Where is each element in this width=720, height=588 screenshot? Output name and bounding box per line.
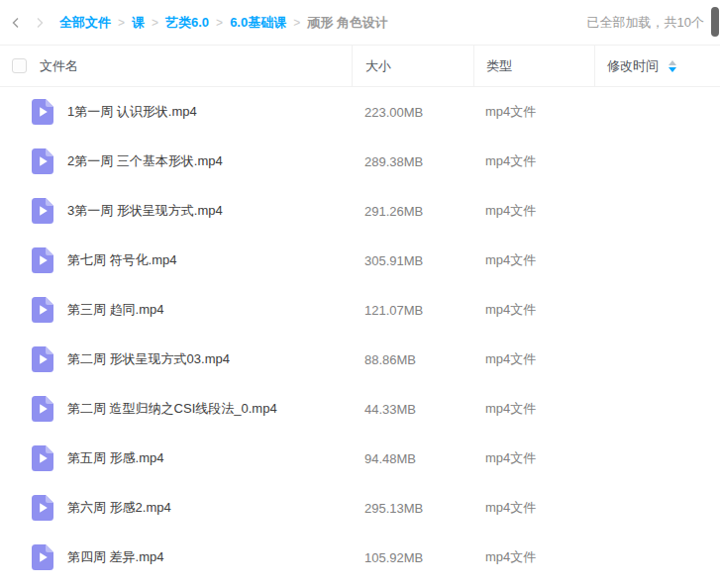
breadcrumb-separator: > xyxy=(216,16,223,30)
table-row[interactable]: 第六周 形感2.mp4 295.13MB mp4文件 xyxy=(0,483,720,533)
file-size: 305.91MB xyxy=(352,253,473,268)
file-name[interactable]: 第七周 符号化.mp4 xyxy=(67,251,177,269)
breadcrumb-separator: > xyxy=(293,16,300,30)
column-header-type[interactable]: 类型 xyxy=(486,57,512,75)
file-name[interactable]: 第三周 趋同.mp4 xyxy=(67,301,164,319)
file-size: 295.13MB xyxy=(352,501,473,516)
file-type: mp4文件 xyxy=(473,449,594,467)
table-row[interactable]: 第三周 趋同.mp4 121.07MB mp4文件 xyxy=(0,285,720,335)
file-size: 94.48MB xyxy=(352,451,473,466)
table-row[interactable]: 第五周 形感.mp4 94.48MB mp4文件 xyxy=(0,434,720,483)
breadcrumb-item[interactable]: 课 xyxy=(132,14,145,32)
file-type: mp4文件 xyxy=(473,499,594,517)
video-play-icon xyxy=(32,99,53,125)
file-name[interactable]: 第四周 差异.mp4 xyxy=(67,548,164,566)
file-name[interactable]: 3第一周 形状呈现方式.mp4 xyxy=(67,202,223,220)
load-status: 已全部加载，共10个 xyxy=(587,14,704,32)
table-header: 文件名 大小 类型 修改时间 xyxy=(0,45,720,87)
video-play-icon xyxy=(32,544,53,570)
table-row[interactable]: 第七周 符号化.mp4 305.91MB mp4文件 xyxy=(0,236,720,285)
file-name[interactable]: 第二周 造型归纳之CSI线段法_0.mp4 xyxy=(67,400,277,418)
table-row[interactable]: 3第一周 形状呈现方式.mp4 291.26MB mp4文件 xyxy=(0,186,720,236)
column-header-name[interactable]: 文件名 xyxy=(40,57,78,75)
file-size: 44.33MB xyxy=(352,402,473,417)
file-type: mp4文件 xyxy=(473,400,594,418)
video-play-icon xyxy=(32,297,53,323)
file-size: 223.00MB xyxy=(352,105,473,120)
breadcrumb-item[interactable]: 6.0基础课 xyxy=(230,14,286,32)
file-type: mp4文件 xyxy=(473,251,594,269)
breadcrumb-item[interactable]: 艺类6.0 xyxy=(165,14,209,32)
file-name[interactable]: 2第一周 三个基本形状.mp4 xyxy=(67,152,223,170)
file-size: 289.38MB xyxy=(352,154,473,169)
file-size: 121.07MB xyxy=(352,303,473,318)
table-row[interactable]: 第二周 造型归纳之CSI线段法_0.mp4 44.33MB mp4文件 xyxy=(0,384,720,434)
file-list: 1第一周 认识形状.mp4 223.00MB mp4文件 2第一周 三个基本形状… xyxy=(0,87,720,582)
video-play-icon xyxy=(32,198,53,224)
file-size: 105.92MB xyxy=(352,550,473,565)
breadcrumb-item[interactable]: 全部文件 xyxy=(59,14,111,32)
chevron-left-icon xyxy=(10,17,22,29)
file-type: mp4文件 xyxy=(473,152,594,170)
table-row[interactable]: 1第一周 认识形状.mp4 223.00MB mp4文件 xyxy=(0,87,720,137)
breadcrumb-separator: > xyxy=(118,16,125,30)
file-type: mp4文件 xyxy=(473,548,594,566)
file-type: mp4文件 xyxy=(473,301,594,319)
file-size: 88.86MB xyxy=(352,352,473,367)
file-type: mp4文件 xyxy=(473,350,594,368)
forward-button[interactable] xyxy=(28,11,51,35)
file-name[interactable]: 1第一周 认识形状.mp4 xyxy=(67,103,197,121)
file-name[interactable]: 第六周 形感2.mp4 xyxy=(67,499,171,517)
column-header-size[interactable]: 大小 xyxy=(365,57,391,75)
file-size: 291.26MB xyxy=(352,204,473,219)
breadcrumb-separator: > xyxy=(152,16,158,30)
scrollbar-thumb[interactable] xyxy=(711,7,719,37)
video-play-icon xyxy=(32,346,53,372)
sort-descending-icon xyxy=(669,67,676,72)
sort-ascending-icon xyxy=(669,60,676,65)
table-row[interactable]: 2第一周 三个基本形状.mp4 289.38MB mp4文件 xyxy=(0,137,720,186)
table-row[interactable]: 第四周 差异.mp4 105.92MB mp4文件 xyxy=(0,533,720,582)
column-header-modified[interactable]: 修改时间 xyxy=(607,57,659,75)
video-play-icon xyxy=(32,247,53,273)
sort-icon[interactable] xyxy=(669,60,676,72)
video-play-icon xyxy=(32,396,53,422)
video-play-icon xyxy=(32,495,53,521)
select-all-checkbox[interactable] xyxy=(12,58,27,73)
video-play-icon xyxy=(32,148,53,174)
breadcrumb: 全部文件>课>艺类6.0>6.0基础课>顽形 角色设计 xyxy=(59,14,587,32)
back-button[interactable] xyxy=(4,11,28,35)
file-name[interactable]: 第二周 形状呈现方式03.mp4 xyxy=(67,350,230,368)
breadcrumb-item: 顽形 角色设计 xyxy=(307,14,388,32)
chevron-right-icon xyxy=(34,17,46,29)
video-play-icon xyxy=(32,445,53,471)
file-type: mp4文件 xyxy=(473,103,594,121)
table-row[interactable]: 第二周 形状呈现方式03.mp4 88.86MB mp4文件 xyxy=(0,335,720,384)
file-type: mp4文件 xyxy=(473,202,594,220)
file-name[interactable]: 第五周 形感.mp4 xyxy=(67,449,164,467)
toolbar: 全部文件>课>艺类6.0>6.0基础课>顽形 角色设计 已全部加载，共10个 xyxy=(0,0,720,45)
